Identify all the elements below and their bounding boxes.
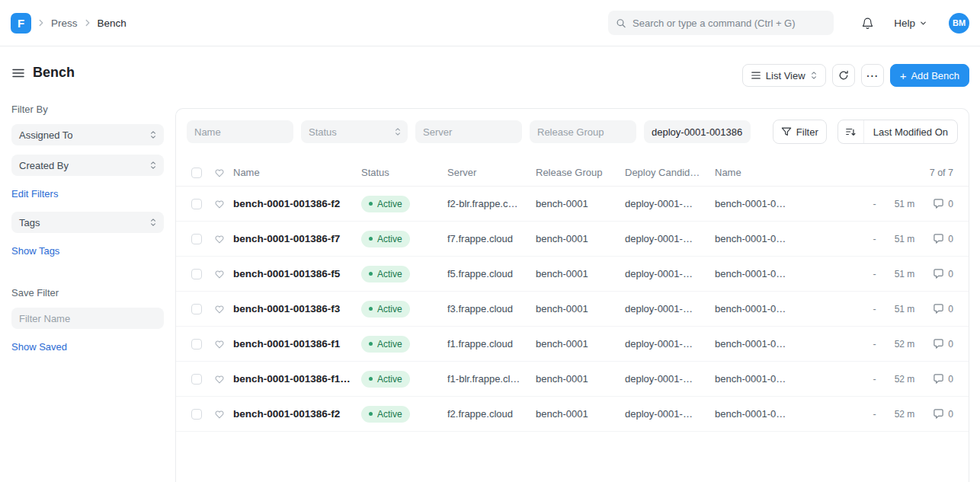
comment-count: 0 (948, 199, 953, 209)
row-checkbox[interactable] (191, 234, 202, 244)
name-filter-input[interactable] (187, 120, 293, 143)
comments-cell[interactable]: 0 (933, 268, 953, 279)
server-cell: f2-blr.frappe.c… (447, 198, 536, 209)
comments-cell[interactable]: 0 (933, 198, 953, 209)
comments-cell[interactable]: 0 (933, 408, 953, 420)
row-favorite-button[interactable] (214, 199, 225, 209)
row-checkbox[interactable] (191, 269, 202, 279)
row-meta: - 51 m 0 (873, 303, 953, 314)
global-search[interactable] (608, 11, 834, 35)
tag-cell: - (873, 304, 876, 314)
comments-cell[interactable]: 0 (933, 233, 953, 244)
frappe-logo[interactable]: F (11, 13, 31, 34)
server-filter-input[interactable] (415, 120, 522, 143)
column-header-server: Server (447, 167, 536, 178)
comment-icon (933, 303, 944, 314)
comment-count: 0 (948, 304, 953, 314)
row-checkbox[interactable] (191, 304, 202, 314)
bench-name-cell[interactable]: bench-0001-001386-f5 (233, 268, 361, 279)
assigned-to-select[interactable]: Assigned To (11, 124, 164, 145)
release-group-filter-input[interactable] (530, 120, 636, 143)
table-row[interactable]: bench-0001-001386-f1… Active f1-blr.frap… (176, 362, 969, 397)
breadcrumb-bench[interactable]: Bench (98, 18, 127, 29)
show-tags-link[interactable]: Show Tags (11, 245, 59, 257)
row-favorite-button[interactable] (214, 374, 225, 385)
frappe-logo-letter: F (18, 17, 24, 30)
release-group-cell: bench-0001 (536, 198, 625, 209)
table-row[interactable]: bench-0001-001386-f7 Active f7.frappe.cl… (176, 222, 969, 257)
notifications-button[interactable] (861, 17, 874, 30)
sort-field-button[interactable]: Last Modified On (864, 126, 957, 138)
funnel-icon (781, 126, 792, 137)
table-header: Name Status Server Release Group Deploy … (176, 159, 969, 187)
deploy-candidate-cell: deploy-0001-… (625, 408, 715, 420)
row-favorite-button[interactable] (214, 339, 225, 350)
add-bench-button[interactable]: + Add Bench (890, 64, 969, 87)
comments-cell[interactable]: 0 (933, 373, 953, 385)
bench-name-cell[interactable]: bench-0001-001386-f2 (233, 408, 361, 420)
deploy-candidate-filter-input[interactable] (644, 120, 751, 143)
view-switcher-button[interactable]: List View (742, 64, 826, 87)
created-by-select[interactable]: Created By (11, 155, 164, 176)
docname-cell: bench-0001-0… (715, 233, 797, 244)
help-label: Help (894, 18, 915, 29)
comments-cell[interactable]: 0 (933, 338, 953, 350)
row-favorite-button[interactable] (214, 269, 225, 279)
bench-name-cell[interactable]: bench-0001-001386-f2 (233, 198, 361, 209)
status-badge: Active (361, 336, 410, 353)
row-meta: - 51 m 0 (873, 233, 953, 244)
show-saved-link[interactable]: Show Saved (11, 341, 67, 353)
table-row[interactable]: bench-0001-001386-f2 Active f2.frappe.cl… (176, 397, 969, 432)
heart-icon (214, 199, 225, 209)
status-filter-select[interactable]: Status (301, 120, 408, 143)
row-favorite-button[interactable] (214, 234, 225, 244)
select-chevrons-icon (149, 130, 157, 139)
refresh-button[interactable] (832, 64, 855, 87)
release-group-cell: bench-0001 (536, 338, 625, 350)
sort-direction-button[interactable] (838, 120, 864, 143)
plus-icon: + (900, 69, 907, 82)
table-row[interactable]: bench-0001-001386-f1 Active f1.frappe.cl… (176, 327, 969, 362)
bench-name-cell[interactable]: bench-0001-001386-f7 (233, 233, 361, 244)
search-input[interactable] (633, 18, 826, 29)
filter-button-label: Filter (796, 126, 818, 138)
bench-name-cell[interactable]: bench-0001-001386-f1 (233, 338, 361, 350)
docname-cell: bench-0001-0… (715, 198, 797, 209)
add-bench-label: Add Bench (911, 70, 959, 81)
row-checkbox[interactable] (191, 374, 202, 385)
more-options-button[interactable]: ⋯ (861, 64, 884, 87)
page-head: Bench (11, 65, 164, 81)
row-checkbox[interactable] (191, 199, 202, 209)
tags-select[interactable]: Tags (11, 212, 164, 233)
deploy-candidate-cell: deploy-0001-… (625, 338, 715, 350)
user-avatar[interactable]: BM (949, 13, 969, 34)
breadcrumb-press[interactable]: Press (51, 18, 78, 29)
created-by-label: Created By (19, 160, 69, 171)
comments-cell[interactable]: 0 (933, 303, 953, 314)
row-favorite-button[interactable] (214, 304, 225, 314)
row-checkbox[interactable] (191, 409, 202, 420)
avatar-initials: BM (953, 18, 966, 27)
row-checkbox[interactable] (191, 339, 202, 350)
modified-cell: 52 m (895, 339, 915, 350)
sidebar-toggle-button[interactable] (11, 66, 25, 80)
help-menu[interactable]: Help (894, 18, 927, 29)
modified-cell: 52 m (895, 409, 915, 420)
table-row[interactable]: bench-0001-001386-f5 Active f5.frappe.cl… (176, 257, 969, 292)
bench-name-cell[interactable]: bench-0001-001386-f1… (233, 373, 361, 385)
filter-button[interactable]: Filter (773, 120, 827, 144)
table-row[interactable]: bench-0001-001386-f2 Active f2-blr.frapp… (176, 187, 969, 222)
comment-icon (933, 338, 944, 350)
bench-name-cell[interactable]: bench-0001-001386-f3 (233, 303, 361, 314)
select-all-checkbox[interactable] (191, 168, 202, 178)
edit-filters-link[interactable]: Edit Filters (11, 188, 58, 200)
server-cell: f3.frappe.cloud (447, 303, 536, 314)
status-dot-icon (369, 307, 373, 311)
table-row[interactable]: bench-0001-001386-f3 Active f3.frappe.cl… (176, 292, 969, 327)
comment-count: 0 (948, 234, 953, 244)
column-header-status: Status (361, 167, 447, 178)
filter-name-input[interactable] (11, 308, 164, 329)
row-favorite-button[interactable] (214, 409, 225, 420)
main-content: List View ⋯ + Add Bench Status (175, 46, 980, 482)
server-cell: f1-blr.frappe.cl… (447, 373, 536, 385)
